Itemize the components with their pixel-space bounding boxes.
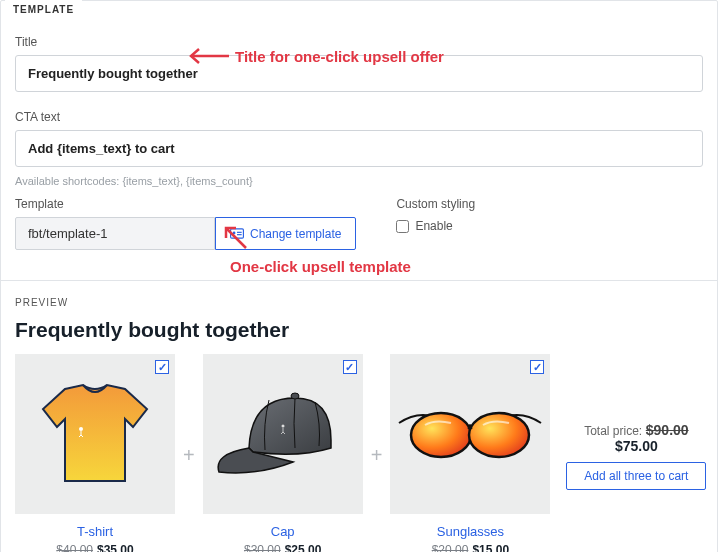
total-price-new: $75.00 [615, 438, 658, 454]
product-thumb[interactable]: ✓ [203, 354, 363, 514]
template-value-display: fbt/template-1 [15, 217, 215, 250]
preview-heading: Frequently bought together [15, 318, 703, 342]
add-all-to-cart-button[interactable]: Add all three to cart [566, 462, 706, 490]
id-card-icon [230, 228, 244, 239]
custom-styling-label: Custom styling [396, 197, 475, 211]
product-name-link[interactable]: T-shirt [77, 524, 113, 539]
template-field-label: Template [15, 197, 356, 211]
product-checkbox[interactable]: ✓ [155, 360, 169, 374]
change-template-button[interactable]: Change template [215, 217, 356, 250]
product-card: ✓ [390, 354, 550, 552]
cta-field-label: CTA text [15, 110, 703, 124]
title-field-label: Title [15, 35, 703, 49]
product-checkbox[interactable]: ✓ [530, 360, 544, 374]
product-name-link[interactable]: Sunglasses [437, 524, 504, 539]
plus-icon: + [179, 444, 199, 467]
svg-point-6 [79, 427, 83, 431]
template-panel: TEMPLATE Title Title for one-click upsel… [0, 0, 718, 552]
cap-icon [213, 384, 353, 484]
product-card: ✓ [203, 354, 363, 552]
products-row: ✓ T-shirt [15, 354, 703, 552]
svg-rect-4 [237, 234, 242, 235]
enable-label: Enable [415, 219, 452, 233]
product-thumb[interactable]: ✓ [15, 354, 175, 514]
product-price: $40.00$35.00 [15, 543, 175, 552]
template-section-label: TEMPLATE [5, 0, 82, 15]
sunglasses-icon [395, 399, 545, 469]
svg-point-7 [291, 393, 299, 399]
tshirt-icon [35, 379, 155, 489]
price-summary: Total price: $90.00 $75.00 Add all three… [566, 422, 706, 490]
product-card: ✓ T-shirt [15, 354, 175, 552]
svg-point-2 [233, 232, 236, 235]
svg-point-8 [281, 425, 284, 428]
product-price: $20.00$15.00 [390, 543, 550, 552]
title-input[interactable] [15, 55, 703, 92]
product-name-link[interactable]: Cap [271, 524, 295, 539]
preview-section-label: PREVIEW [1, 280, 717, 312]
product-checkbox[interactable]: ✓ [343, 360, 357, 374]
enable-checkbox-row[interactable]: Enable [396, 219, 475, 233]
cta-input[interactable] [15, 130, 703, 167]
enable-checkbox[interactable] [396, 220, 409, 233]
product-price: $30.00$25.00 [203, 543, 363, 552]
svg-point-10 [469, 413, 529, 457]
plus-icon: + [367, 444, 387, 467]
preview-body: Frequently bought together ✓ [1, 312, 717, 552]
svg-point-9 [411, 413, 471, 457]
shortcodes-helper: Available shortcodes: {items_text}, {ite… [15, 175, 703, 187]
product-thumb[interactable]: ✓ [390, 354, 550, 514]
total-price-old: $90.00 [646, 422, 689, 438]
total-price-label: Total price: [584, 424, 642, 438]
svg-rect-1 [231, 229, 244, 238]
svg-rect-3 [237, 232, 242, 233]
